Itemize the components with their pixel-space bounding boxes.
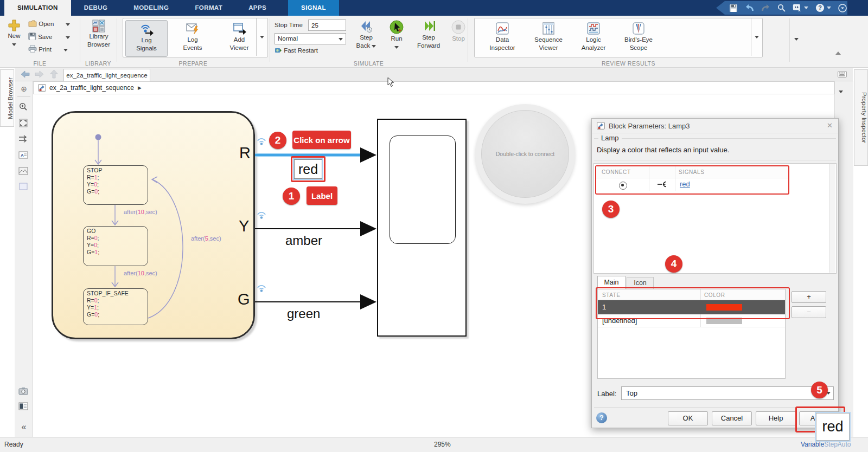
nav-forward-icon[interactable]: [35, 70, 44, 78]
lamp-block-preview[interactable]: red: [816, 413, 850, 441]
log-events-label-1: Log: [187, 36, 197, 43]
save-button[interactable]: Save: [28, 33, 70, 40]
connect-radio[interactable]: [619, 182, 627, 190]
help-button[interactable]: Help: [756, 411, 796, 425]
tab-apps[interactable]: APPS: [235, 0, 279, 16]
quick-access-toolbar: ?: [716, 1, 847, 15]
breadcrumb-dropdown-icon[interactable]: [839, 86, 843, 95]
ok-button[interactable]: OK: [668, 411, 708, 425]
signal-line-green[interactable]: [255, 301, 361, 302]
tab-signal[interactable]: SIGNAL: [288, 0, 339, 16]
ribbon-collapse-icon[interactable]: [835, 51, 841, 55]
signal-name-amber[interactable]: amber: [285, 233, 322, 248]
step-back-caret-icon: [372, 45, 376, 48]
signal-routing-icon[interactable]: [18, 134, 29, 145]
viewmarks-icon[interactable]: [18, 402, 29, 413]
sequence-viewer-button[interactable]: Sequence Viewer: [527, 20, 570, 56]
nav-up-icon[interactable]: [50, 69, 58, 79]
signal-arrow-green[interactable]: [360, 294, 376, 309]
signal-name-red-editing[interactable]: red: [294, 159, 322, 179]
dialog-close-icon[interactable]: ✕: [827, 121, 833, 130]
search-icon[interactable]: [777, 4, 786, 12]
open-button[interactable]: Open: [28, 20, 70, 27]
save-icon[interactable]: [729, 4, 738, 12]
new-caret-icon[interactable]: [12, 43, 16, 46]
log-signals-button[interactable]: Log Signals: [125, 20, 168, 57]
dialog-title-bar[interactable]: Block Parameters: Lamp3 ✕: [592, 119, 838, 133]
review-gallery-expander[interactable]: [751, 18, 762, 56]
signal-arrow-red[interactable]: [360, 147, 376, 163]
tab-debug[interactable]: DEBUG: [71, 0, 121, 16]
open-caret-icon[interactable]: [66, 23, 70, 26]
breadcrumb-model-name[interactable]: ex_2a_traffic_light_sequence: [49, 84, 134, 92]
palette-separator: [17, 96, 30, 97]
run-button[interactable]: Run: [384, 20, 409, 51]
state-go[interactable]: GO R=0; Y=0; G=1;: [83, 226, 148, 266]
birds-eye-scope-button[interactable]: Bird's-Eye Scope: [617, 20, 660, 56]
model-browser-tab[interactable]: Model Browser: [0, 69, 14, 127]
signal-line-amber[interactable]: [255, 228, 361, 229]
help-icon[interactable]: ?: [815, 3, 831, 12]
keyboard-icon[interactable]: [838, 71, 847, 78]
library-browser-button[interactable]: Library Browser: [82, 20, 115, 49]
state-stop[interactable]: STOP R=1; Y=0; G=0;: [83, 165, 148, 205]
state-name: STOP_IF_SAFE: [87, 290, 129, 296]
step-back-button[interactable]: Step Back: [352, 20, 381, 50]
add-viewer-button[interactable]: Add Viewer: [219, 20, 260, 56]
transition-label-3[interactable]: after(5,sec): [191, 235, 221, 242]
status-solver-stepauto[interactable]: StepAuto: [824, 441, 851, 448]
ribbon-more-caret-icon[interactable]: [794, 33, 799, 43]
status-solver-variable[interactable]: Variable: [801, 441, 824, 448]
state-stop-if-safe[interactable]: STOP_IF_SAFE R=0; Y=1; G=0;: [83, 288, 148, 325]
step-forward-button[interactable]: Step Forward: [412, 20, 445, 50]
area-tool-icon[interactable]: [18, 182, 29, 193]
svg-text:A: A: [21, 153, 24, 158]
dashboard-connect-circle[interactable]: Double-click to connect: [475, 104, 575, 204]
print-caret-icon[interactable]: [63, 49, 68, 51]
badge-toggle-icon[interactable]: ⊕: [18, 83, 29, 94]
breadcrumb[interactable]: ex_2a_traffic_light_sequence ▶: [33, 81, 834, 94]
add-state-button[interactable]: +: [792, 291, 826, 303]
transition-label-1[interactable]: after(10,sec): [124, 209, 157, 215]
signal-name-green[interactable]: green: [287, 306, 320, 321]
tab-format[interactable]: FORMAT: [182, 0, 235, 16]
redo-icon[interactable]: [761, 4, 770, 12]
save-caret-icon[interactable]: [66, 36, 70, 39]
image-tool-icon[interactable]: [18, 167, 29, 178]
dialog-help-sphere-icon[interactable]: ?: [596, 412, 607, 423]
subsystem-block[interactable]: [377, 119, 467, 337]
tab-simulation[interactable]: SIMULATION: [4, 0, 71, 16]
signal-arrow-amber[interactable]: [360, 221, 376, 236]
log-events-button[interactable]: Log Events: [172, 20, 213, 56]
fit-to-view-icon[interactable]: [18, 118, 29, 129]
review-gallery: Data Inspector Sequence Viewer Logic Ana…: [474, 18, 763, 57]
property-inspector-tab[interactable]: Property Inspector: [854, 69, 868, 166]
print-label: Print: [39, 46, 52, 53]
run-caret-icon[interactable]: [394, 46, 399, 49]
sim-mode-select[interactable]: Normal: [275, 33, 346, 44]
stop-time-input[interactable]: [308, 20, 346, 31]
label-dropdown[interactable]: Top: [621, 386, 834, 400]
transition-label-2[interactable]: after(10,sec): [124, 270, 157, 276]
connection-scrollbar[interactable]: [829, 164, 835, 273]
favorites-icon[interactable]: [793, 4, 808, 12]
cancel-button[interactable]: Cancel: [712, 411, 752, 425]
nav-back-icon[interactable]: [21, 70, 30, 78]
tab-modeling[interactable]: MODELING: [120, 0, 182, 16]
prepare-gallery-expander[interactable]: [256, 18, 267, 56]
logic-analyzer-button[interactable]: Logic Analyzer: [573, 20, 614, 56]
zoom-tool-icon[interactable]: [18, 102, 29, 113]
signal-link-red[interactable]: red: [680, 180, 690, 188]
data-inspector-icon: [482, 22, 522, 36]
state-name: STOP: [87, 167, 102, 173]
collapse-palette-icon[interactable]: «: [18, 422, 29, 432]
undo-icon[interactable]: [745, 4, 754, 12]
new-button[interactable]: New: [4, 19, 24, 48]
fast-restart-toggle[interactable]: Fast Restart: [275, 47, 318, 54]
minimize-ribbon-icon[interactable]: [838, 4, 847, 12]
document-tab[interactable]: ex_2a_traffic_light_sequence: [63, 69, 150, 81]
data-inspector-button[interactable]: Data Inspector: [482, 20, 522, 56]
print-button[interactable]: Print: [28, 45, 68, 53]
screenshot-icon[interactable]: [18, 387, 29, 398]
annotation-tool-icon[interactable]: A: [18, 151, 29, 162]
